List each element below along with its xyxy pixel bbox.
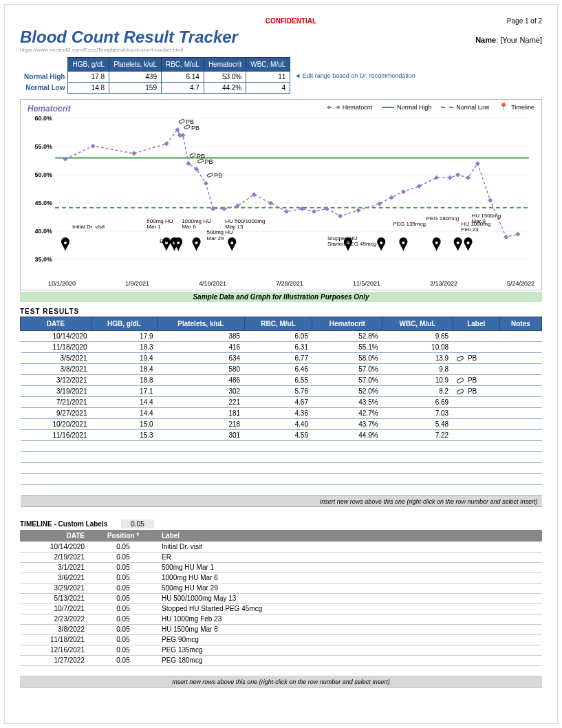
cell[interactable]: 500mg HU Mar 1 <box>158 562 542 572</box>
label-cell[interactable]: PB <box>453 375 499 386</box>
cell[interactable] <box>158 441 245 452</box>
cell[interactable]: 0.05 <box>89 552 158 562</box>
cell[interactable] <box>21 452 91 463</box>
cell[interactable] <box>91 474 158 485</box>
cell[interactable]: 0.05 <box>89 634 158 645</box>
cell[interactable]: Initial Dr. visit <box>158 542 542 552</box>
cell[interactable]: 1000mg HU Mar 6 <box>158 572 542 583</box>
cell[interactable]: 58.0% <box>312 353 382 364</box>
notes-cell[interactable] <box>499 386 541 397</box>
cell[interactable]: 5/13/2021 <box>20 593 89 603</box>
cell[interactable]: 3/6/2021 <box>20 572 89 583</box>
cell[interactable] <box>21 463 91 474</box>
label-cell[interactable]: PB <box>453 353 499 364</box>
cell[interactable]: 42.7% <box>312 408 382 419</box>
cell[interactable] <box>244 452 312 463</box>
cell[interactable]: 3/1/2021 <box>20 562 89 572</box>
notes-cell[interactable] <box>499 397 541 408</box>
cell[interactable]: 9.65 <box>382 331 453 342</box>
cell[interactable]: 53.0% <box>204 72 246 83</box>
cell[interactable] <box>244 474 312 485</box>
cell[interactable]: Stopped HU Started PEG 45mcg <box>158 603 542 614</box>
notes-cell[interactable] <box>499 408 541 419</box>
cell[interactable]: 43.5% <box>312 397 382 408</box>
cell[interactable]: 10/14/2020 <box>21 331 91 342</box>
cell[interactable]: 11 <box>246 72 290 83</box>
cell[interactable]: 10/14/2020 <box>20 542 89 552</box>
cell[interactable]: 52.0% <box>312 386 382 397</box>
notes-cell[interactable] <box>499 430 541 441</box>
cell[interactable] <box>312 452 382 463</box>
cell[interactable] <box>453 452 499 463</box>
cell[interactable]: 634 <box>158 353 245 364</box>
notes-cell[interactable] <box>499 364 541 375</box>
cell[interactable]: 15.3 <box>91 430 158 441</box>
cell[interactable]: 11/16/2021 <box>21 430 91 441</box>
cell[interactable]: 12/16/2021 <box>20 645 89 655</box>
cell[interactable]: 301 <box>158 430 245 441</box>
cell[interactable]: 6.14 <box>161 72 204 83</box>
cell[interactable] <box>382 463 453 474</box>
cell[interactable]: 4.40 <box>244 419 312 430</box>
cell[interactable]: 4 <box>246 83 290 94</box>
cell[interactable]: 302 <box>158 386 245 397</box>
cell[interactable]: 4.7 <box>161 83 204 94</box>
cell[interactable] <box>21 441 91 452</box>
cell[interactable] <box>453 463 499 474</box>
cell[interactable] <box>91 452 158 463</box>
cell[interactable]: 6.05 <box>244 331 312 342</box>
label-cell[interactable] <box>453 408 499 419</box>
cell[interactable]: 439 <box>109 72 162 83</box>
cell[interactable]: 18.3 <box>91 342 158 353</box>
cell[interactable] <box>158 463 245 474</box>
cell[interactable]: 0.05 <box>89 624 158 634</box>
cell[interactable]: 3/8/2022 <box>20 624 89 634</box>
cell[interactable]: 0.05 <box>89 542 158 552</box>
cell[interactable] <box>453 474 499 485</box>
cell[interactable]: 57.0% <box>312 364 382 375</box>
cell[interactable]: 486 <box>158 375 245 386</box>
notes-cell[interactable] <box>499 331 541 342</box>
cell[interactable]: 6.55 <box>244 375 312 386</box>
cell[interactable] <box>20 665 89 676</box>
cell[interactable]: 0.05 <box>89 572 158 583</box>
cell[interactable]: 11/18/2020 <box>21 342 91 353</box>
cell[interactable]: 218 <box>158 419 245 430</box>
cell[interactable] <box>499 452 541 463</box>
cell[interactable] <box>499 441 541 452</box>
cell[interactable]: 4.36 <box>244 408 312 419</box>
cell[interactable] <box>244 485 312 496</box>
cell[interactable]: 0.05 <box>89 614 158 624</box>
name-value[interactable]: [Your Name] <box>500 36 542 44</box>
cell[interactable]: 0.05 <box>89 562 158 572</box>
cell[interactable]: 181 <box>158 408 245 419</box>
label-cell[interactable] <box>453 397 499 408</box>
notes-cell[interactable] <box>499 375 541 386</box>
cell[interactable]: 0.05 <box>89 583 158 593</box>
cell[interactable] <box>312 441 382 452</box>
cell[interactable]: 14.8 <box>68 83 109 94</box>
cell[interactable]: 44.2% <box>204 83 246 94</box>
cell[interactable] <box>91 485 158 496</box>
cell[interactable]: 6.77 <box>244 353 312 364</box>
cell[interactable] <box>453 441 499 452</box>
cell[interactable] <box>499 485 541 496</box>
cell[interactable] <box>21 485 91 496</box>
cell[interactable]: 4.59 <box>244 430 312 441</box>
cell[interactable]: 4.67 <box>244 397 312 408</box>
cell[interactable]: 11/18/2021 <box>20 634 89 645</box>
label-cell[interactable] <box>453 430 499 441</box>
cell[interactable] <box>312 463 382 474</box>
cell[interactable]: 0.05 <box>89 655 158 665</box>
cell[interactable]: 14.4 <box>91 408 158 419</box>
cell[interactable]: 19.4 <box>91 353 158 364</box>
cell[interactable]: 1/27/2022 <box>20 655 89 665</box>
cell[interactable]: PEG 135mcg <box>158 645 542 655</box>
cell[interactable] <box>21 474 91 485</box>
notes-cell[interactable] <box>499 353 541 364</box>
cell[interactable]: 14.4 <box>91 397 158 408</box>
label-cell[interactable] <box>453 342 499 353</box>
cell[interactable]: 580 <box>158 364 245 375</box>
cell[interactable] <box>158 452 245 463</box>
cell[interactable] <box>382 485 453 496</box>
